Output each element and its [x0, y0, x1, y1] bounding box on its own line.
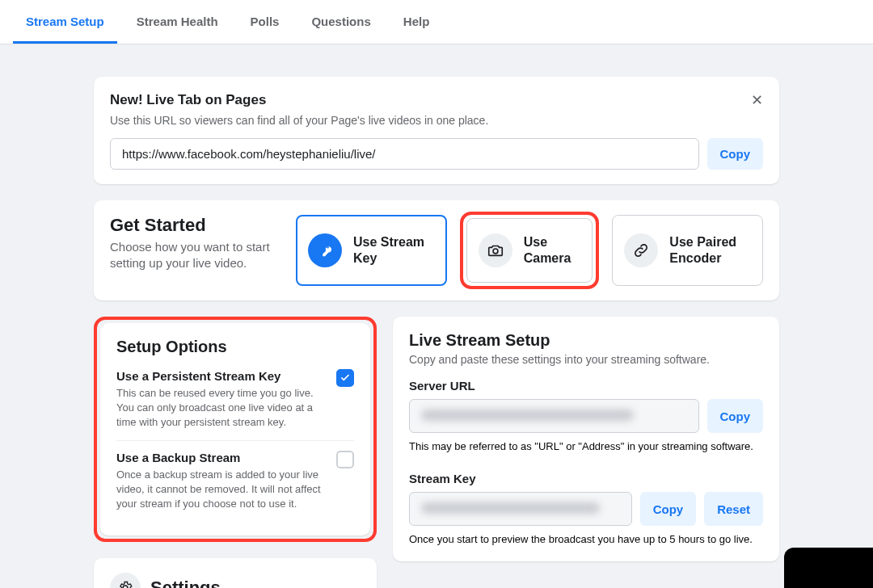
- setup-options-title: Setup Options: [116, 338, 354, 356]
- option-use-stream-key[interactable]: Use Stream Key: [296, 215, 447, 286]
- get-started-subtitle: Choose how you want to start setting up …: [110, 239, 280, 272]
- option-persistent-stream-key: Use a Persistent Stream Key This can be …: [116, 359, 354, 441]
- option-label: Use Camera: [524, 234, 581, 267]
- tab-help[interactable]: Help: [390, 0, 443, 44]
- close-icon[interactable]: ✕: [751, 91, 763, 109]
- option-desc: This can be reused every time you go liv…: [116, 386, 328, 430]
- stream-key-input[interactable]: [409, 492, 632, 526]
- bottom-right-widget[interactable]: [784, 548, 873, 588]
- live-stream-setup-card: Live Stream Setup Copy and paste these s…: [393, 317, 779, 561]
- link-icon: [624, 233, 658, 267]
- svg-point-1: [493, 249, 498, 254]
- banner-subtitle: Use this URL so viewers can find all of …: [110, 114, 763, 127]
- tab-questions[interactable]: Questions: [298, 0, 383, 44]
- option-title: Use a Backup Stream: [116, 451, 328, 464]
- get-started-card: Get Started Choose how you want to start…: [94, 200, 779, 300]
- key-icon: [308, 233, 342, 267]
- highlight-use-camera: Use Camera: [460, 212, 600, 289]
- live-stream-setup-title: Live Stream Setup: [409, 331, 763, 350]
- option-label: Use Stream Key: [353, 234, 435, 267]
- tab-stream-setup[interactable]: Stream Setup: [13, 0, 117, 44]
- option-label: Use Paired Encoder: [669, 234, 751, 267]
- copy-url-button[interactable]: Copy: [707, 138, 764, 170]
- live-tab-url-input[interactable]: [110, 138, 699, 170]
- server-url-input[interactable]: [409, 399, 699, 433]
- option-backup-stream: Use a Backup Stream Once a backup stream…: [116, 441, 354, 522]
- highlight-setup-options: Setup Options Use a Persistent Stream Ke…: [94, 317, 377, 542]
- option-title: Use a Persistent Stream Key: [116, 369, 328, 383]
- banner-title: New! Live Tab on Pages: [110, 92, 266, 108]
- copy-server-url-button[interactable]: Copy: [707, 399, 764, 433]
- server-url-note: This may be referred to as "URL" or "Add…: [409, 439, 763, 454]
- gear-icon: [110, 573, 141, 588]
- tab-bar: Stream Setup Stream Health Polls Questio…: [0, 0, 873, 44]
- tab-polls[interactable]: Polls: [238, 0, 293, 44]
- checkbox-persistent-stream-key[interactable]: [336, 369, 354, 387]
- get-started-title: Get Started: [110, 215, 280, 236]
- live-stream-setup-subtitle: Copy and paste these settings into your …: [409, 353, 763, 366]
- live-tab-banner: New! Live Tab on Pages ✕ Use this URL so…: [94, 77, 779, 184]
- settings-title: Settings: [150, 578, 221, 588]
- checkbox-backup-stream[interactable]: [336, 451, 354, 468]
- server-url-label: Server URL: [409, 379, 763, 393]
- settings-card: Settings: [94, 558, 377, 588]
- setup-options-card: Setup Options Use a Persistent Stream Ke…: [100, 323, 370, 536]
- copy-stream-key-button[interactable]: Copy: [640, 492, 697, 526]
- option-desc: Once a backup stream is added to your li…: [116, 468, 328, 512]
- stream-key-note: Once you start to preview the broadcast …: [409, 532, 763, 547]
- tab-stream-health[interactable]: Stream Health: [124, 0, 231, 44]
- option-use-paired-encoder[interactable]: Use Paired Encoder: [612, 215, 763, 286]
- stream-key-label: Stream Key: [409, 472, 763, 485]
- camera-icon: [479, 233, 512, 267]
- option-use-camera[interactable]: Use Camera: [466, 218, 593, 283]
- svg-point-0: [327, 246, 328, 248]
- reset-stream-key-button[interactable]: Reset: [704, 492, 763, 526]
